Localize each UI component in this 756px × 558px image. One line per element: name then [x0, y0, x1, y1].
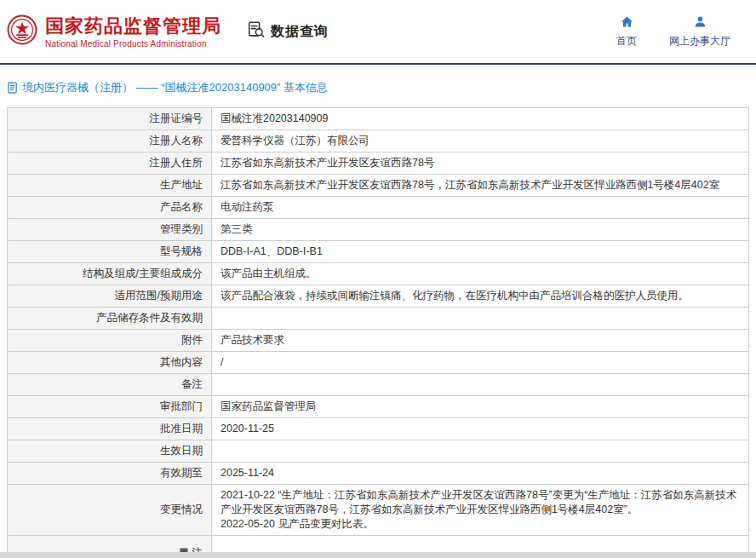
data-query-label: 数据查询 — [271, 23, 329, 41]
row-value: 2021-10-22 “生产地址：江苏省如东高新技术产业开发区友谊西路78号”变… — [212, 485, 749, 536]
row-label: 产品储存条件及有效期 — [8, 308, 212, 330]
row-value: 电动注药泵 — [212, 197, 749, 219]
nav-home[interactable]: 首页 — [616, 15, 637, 49]
row-value: DDB-Ⅰ-A1、DDB-Ⅰ-B1 — [212, 241, 749, 263]
agency-name-en: National Medical Products Administration — [45, 39, 221, 49]
row-label: 审批部门 — [8, 396, 212, 418]
table-row: 注册人名称 爱普科学仪器（江苏）有限公司 — [8, 130, 749, 152]
row-label: 有效期至 — [8, 463, 212, 485]
table-row: 生产地址 江苏省如东高新技术产业开发区友谊西路78号，江苏省如东高新技术产业开发… — [8, 175, 749, 197]
table-row: 生效日期 — [8, 440, 749, 463]
row-label: 适用范围/预期用途 — [8, 285, 212, 308]
table-row: 产品名称 电动注药泵 — [8, 197, 749, 219]
row-value: 2025-11-24 — [212, 463, 749, 485]
table-row: 型号规格 DDB-Ⅰ-A1、DDB-Ⅰ-B1 — [8, 241, 749, 263]
row-value: 爱普科学仪器（江苏）有限公司 — [212, 130, 749, 152]
row-label: 附件 — [8, 330, 212, 352]
table-row: 管理类别 第三类 — [8, 219, 749, 241]
agency-name-zh: 国家药品监督管理局 — [45, 15, 221, 37]
breadcrumb: 境内医疗器械（注册） —— “国械注准20203140909” 基本信息 — [7, 80, 749, 95]
main-content: 境内医疗器械（注册） —— “国械注准20203140909” 基本信息 注册证… — [0, 65, 756, 558]
table-row: 审批部门 国家药品监督管理局 — [8, 396, 749, 418]
data-query-icon — [247, 20, 266, 43]
row-value: 该产品由主机组成。 — [212, 263, 749, 285]
row-label: 注册人住所 — [8, 152, 212, 175]
nav-online-hall-label: 网上办事大厅 — [669, 34, 730, 49]
table-row: 注册人住所 江苏省如东高新技术产业开发区友谊西路78号 — [8, 152, 749, 175]
row-value: 该产品配合液袋，持续或间断输注镇痛、化疗药物，在医疗机构中由产品培训合格的医护人… — [212, 285, 749, 308]
national-emblem-icon — [7, 14, 37, 49]
data-query-tab[interactable]: 数据查询 — [247, 20, 329, 43]
row-value: 2020-11-25 — [212, 418, 749, 440]
row-label: 注册证编号 — [8, 108, 212, 130]
page-header: 国家药品监督管理局 National Medical Products Admi… — [0, 0, 756, 63]
row-value: 江苏省如东高新技术产业开发区友谊西路78号，江苏省如东高新技术产业开发区悍业路西… — [212, 175, 749, 197]
row-value: 江苏省如东高新技术产业开发区友谊西路78号 — [212, 152, 749, 175]
row-value: 产品技术要求 — [212, 330, 749, 352]
row-value: 第三类 — [212, 219, 749, 241]
table-row: 附件 产品技术要求 — [8, 330, 749, 352]
row-label: 生产地址 — [8, 175, 212, 197]
document-icon — [7, 82, 18, 94]
row-value: / — [212, 352, 749, 374]
row-value — [212, 308, 749, 330]
nav-home-label: 首页 — [616, 34, 637, 49]
registration-info-table: 注册证编号 国械注准20203140909 注册人名称 爱普科学仪器（江苏）有限… — [7, 107, 749, 558]
row-label: 结构及组成/主要组成成分 — [8, 263, 212, 285]
row-value: 国械注准20203140909 — [212, 108, 749, 130]
row-label: 备注 — [8, 374, 212, 396]
row-label: 其他内容 — [8, 352, 212, 374]
row-label: 批准日期 — [8, 418, 212, 440]
table-row: 有效期至 2025-11-24 — [8, 463, 749, 485]
home-icon — [621, 15, 633, 32]
row-label: 注册人名称 — [8, 130, 212, 152]
breadcrumb-text: 境内医疗器械（注册） —— “国械注准20203140909” 基本信息 — [22, 80, 328, 95]
row-label: 产品名称 — [8, 197, 212, 219]
table-row: 批准日期 2020-11-25 — [8, 418, 749, 440]
row-label: 型号规格 — [8, 241, 212, 263]
header-nav: 首页 网上办事大厅 — [616, 15, 730, 49]
table-row: 其他内容 / — [8, 352, 749, 374]
table-row: 注册证编号 国械注准20203140909 — [8, 108, 749, 130]
row-label: 管理类别 — [8, 219, 212, 241]
table-row: 适用范围/预期用途 该产品配合液袋，持续或间断输注镇痛、化疗药物，在医疗机构中由… — [8, 285, 749, 308]
row-value: 国家药品监督管理局 — [212, 396, 749, 418]
agency-logo[interactable]: 国家药品监督管理局 National Medical Products Admi… — [7, 14, 221, 49]
row-value — [212, 374, 749, 396]
nav-online-hall[interactable]: 网上办事大厅 — [669, 15, 730, 49]
row-label: 生效日期 — [8, 440, 212, 463]
table-row: 结构及组成/主要组成成分 该产品由主机组成。 — [8, 263, 749, 285]
row-value — [212, 440, 749, 463]
table-row: 变更情况 2021-10-22 “生产地址：江苏省如东高新技术产业开发区友谊西路… — [8, 485, 749, 536]
row-label: 变更情况 — [8, 485, 212, 536]
person-icon — [694, 15, 707, 32]
table-row: 产品储存条件及有效期 — [8, 308, 749, 330]
footer-strip — [0, 552, 756, 558]
table-row: 备注 — [8, 374, 749, 396]
